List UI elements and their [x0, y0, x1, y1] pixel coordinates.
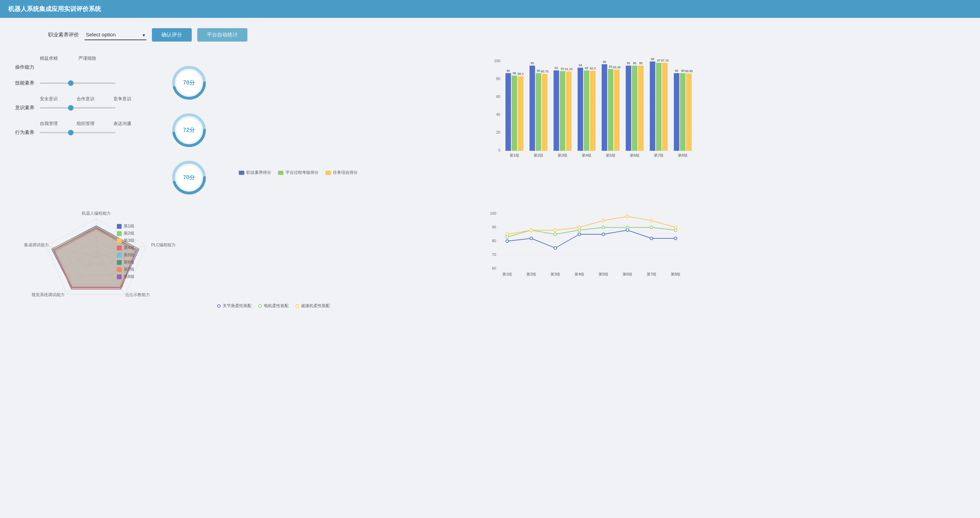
bar-chart-panel: 100 80 60 40 20 0 90 88 88: [220, 55, 966, 195]
svg-point-135: [650, 226, 653, 229]
svg-point-139: [554, 229, 557, 232]
svg-rect-45: [578, 68, 583, 151]
svg-rect-66: [650, 62, 655, 151]
slider-xingwei[interactable]: [40, 132, 115, 133]
svg-text:95: 95: [627, 62, 630, 65]
radar-legend-8: 第8组: [117, 274, 186, 280]
svg-text:80: 80: [492, 239, 496, 243]
svg-text:第8组: 第8组: [678, 153, 687, 157]
svg-point-121: [506, 240, 509, 243]
score-circle-3: 70分: [172, 160, 206, 195]
radar-color-8: [117, 275, 122, 279]
svg-text:60: 60: [496, 94, 500, 99]
svg-text:91.15: 91.15: [565, 67, 573, 71]
legend-item-pingtai: 平台过程考核得分: [278, 170, 318, 176]
svg-text:100: 100: [490, 211, 496, 215]
bottom-row: 机器人编程能力 PLC编程能力 点位示教能力 视觉系统调试能力 集成调试能力: [14, 208, 966, 309]
svg-rect-40: [566, 72, 571, 151]
svg-rect-54: [614, 70, 620, 151]
svg-text:90: 90: [492, 225, 496, 229]
auto-stats-button[interactable]: 平台自动统计: [197, 28, 247, 41]
radar-legend-6: 第6组: [117, 259, 186, 265]
svg-point-125: [602, 233, 605, 236]
svg-text:第8组: 第8组: [671, 272, 680, 276]
svg-text:20: 20: [496, 130, 500, 134]
svg-point-131: [554, 233, 557, 236]
option-select[interactable]: Select option: [84, 30, 146, 40]
svg-text:100: 100: [494, 59, 500, 63]
svg-rect-39: [560, 71, 565, 151]
svg-point-124: [578, 233, 581, 236]
radar-color-3: [117, 238, 122, 243]
main-content: 职业素养评价 Select option ▾ 确认评分 平台自动统计 精益求精 …: [0, 18, 980, 319]
svg-rect-53: [608, 69, 613, 151]
svg-text:92: 92: [555, 66, 558, 70]
svg-text:90.75: 90.75: [541, 70, 549, 73]
radar-color-5: [117, 253, 122, 257]
svg-point-140: [578, 226, 581, 229]
slider-row-xingwei: 行为素养: [14, 129, 165, 136]
app-title: 机器人系统集成应用实训评价系统: [8, 5, 101, 13]
svg-text:第4组: 第4组: [574, 272, 584, 276]
radar-legend-1: 第1组: [117, 223, 186, 229]
slider-yishi[interactable]: [40, 107, 115, 108]
category-jinen: 技能素养: [14, 80, 34, 86]
svg-text:88: 88: [513, 72, 516, 75]
svg-text:92.3: 92.3: [590, 67, 596, 70]
svg-rect-31: [530, 66, 535, 151]
tags-row-1: 精益求精 严谨细致: [40, 55, 165, 62]
legend-color-pingtai: [278, 171, 283, 175]
svg-point-128: [674, 237, 677, 240]
svg-point-137: [506, 233, 509, 236]
legend-item-renwu: 任务综合得分: [325, 170, 358, 176]
svg-rect-68: [662, 63, 668, 151]
svg-text:90: 90: [681, 69, 684, 73]
tag-jingzheng2: 竞争意识: [113, 96, 131, 102]
radar-color-6: [117, 260, 122, 265]
svg-text:40: 40: [496, 112, 500, 116]
radar-legend-2: 第2组: [117, 230, 186, 236]
svg-text:视觉系统调试能力: 视觉系统调试能力: [32, 292, 65, 297]
svg-rect-47: [590, 71, 595, 151]
slider-row-jinen: 技能素养: [14, 80, 165, 86]
svg-text:第7组: 第7组: [647, 272, 656, 276]
svg-text:60: 60: [492, 266, 496, 270]
radar-label-7: 第7组: [124, 267, 134, 272]
svg-text:第6组: 第6组: [630, 153, 640, 157]
svg-rect-74: [680, 73, 686, 151]
line-label-1: 关节座柔性装配: [223, 303, 251, 309]
svg-point-138: [530, 229, 533, 232]
sliders-section: 精益求精 严谨细致 操作能力 技能素养 安全意识 合作意识 竞争意识: [14, 55, 165, 145]
line-legend-2: 电机柔性装配: [258, 303, 289, 309]
radar-color-1: [117, 224, 122, 229]
slider-row-1: 操作能力: [14, 64, 165, 70]
slider-jinen[interactable]: [40, 83, 115, 84]
svg-rect-67: [656, 63, 662, 151]
confirm-button[interactable]: 确认评分: [152, 28, 192, 41]
svg-point-143: [650, 219, 653, 222]
svg-rect-33: [542, 74, 547, 151]
legend-label-zhiye: 职业素养得分: [247, 170, 271, 176]
svg-text:93.45: 93.45: [613, 66, 621, 69]
svg-text:96: 96: [603, 60, 606, 64]
svg-text:第1组: 第1组: [509, 153, 519, 157]
svg-text:90: 90: [537, 69, 540, 73]
radar-label-4: 第4组: [124, 245, 134, 251]
svg-text:98: 98: [651, 57, 654, 61]
radar-label-1: 第1组: [124, 223, 134, 229]
svg-text:97: 97: [657, 59, 660, 62]
svg-point-122: [530, 237, 533, 240]
legend-color-renwu: [325, 171, 331, 175]
svg-text:95: 95: [633, 62, 636, 65]
line-legend-3: 减速机柔性装配: [296, 303, 330, 309]
tag-zuzhi: 组织管理: [76, 121, 94, 127]
svg-text:第3组: 第3组: [558, 153, 567, 157]
radar-color-7: [117, 267, 122, 272]
svg-text:第2组: 第2组: [527, 272, 536, 276]
svg-rect-52: [602, 64, 607, 151]
svg-text:机器人编程能力: 机器人编程能力: [82, 211, 111, 216]
legend-item-zhiye: 职业素养得分: [239, 170, 271, 176]
svg-text:第3组: 第3组: [550, 272, 560, 276]
svg-point-129: [506, 236, 509, 238]
svg-text:第6组: 第6组: [623, 272, 632, 276]
